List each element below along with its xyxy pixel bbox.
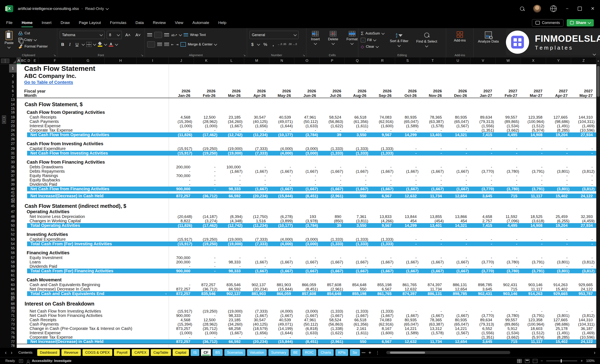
cell[interactable]: (1,556)	[470, 331, 496, 335]
cell[interactable]: -	[521, 165, 546, 169]
cell[interactable]: (4,459)	[571, 219, 596, 223]
row-header-31[interactable]: 31	[9, 151, 17, 155]
cell[interactable]	[219, 159, 244, 165]
cell[interactable]	[370, 344, 395, 347]
cell[interactable]	[571, 101, 596, 107]
cell[interactable]: 15,402	[546, 194, 571, 198]
cell[interactable]	[470, 200, 496, 203]
cell[interactable]	[420, 307, 445, 309]
row-header-76[interactable]: 76	[9, 335, 17, 339]
cell[interactable]	[546, 344, 571, 347]
cell[interactable]	[496, 203, 521, 209]
cell[interactable]: (3,618)	[521, 219, 546, 223]
cell[interactable]: -	[496, 264, 521, 269]
cell[interactable]	[546, 228, 571, 232]
cell[interactable]: -	[269, 255, 295, 260]
cell[interactable]: -	[345, 173, 370, 178]
cell[interactable]: 89,634	[470, 318, 496, 322]
cell[interactable]: 40,539	[269, 115, 295, 119]
cell[interactable]	[244, 232, 269, 237]
cell[interactable]	[269, 203, 295, 209]
cell[interactable]: -	[194, 128, 219, 132]
cell[interactable]: (1,000)	[194, 331, 219, 335]
cell[interactable]: (19,000)	[219, 151, 244, 155]
cell[interactable]	[269, 98, 295, 101]
cell[interactable]: (1,333)	[370, 151, 395, 155]
cell[interactable]: -	[345, 264, 370, 269]
cell[interactable]: (19,250)	[194, 242, 219, 246]
menu-tab-insert[interactable]: Insert	[42, 20, 51, 25]
cell[interactable]	[445, 85, 470, 89]
cell[interactable]	[521, 298, 546, 301]
cell[interactable]: -	[294, 178, 320, 182]
cell[interactable]: 15,402	[546, 339, 571, 344]
cell[interactable]	[420, 159, 445, 165]
cell[interactable]	[169, 159, 194, 165]
cell[interactable]	[496, 301, 521, 307]
cell[interactable]	[546, 246, 571, 250]
row-header-54[interactable]: 54	[9, 242, 17, 246]
cell[interactable]	[470, 250, 496, 255]
cell[interactable]: (19,250)	[194, 151, 219, 155]
menu-tab-data[interactable]: Data	[135, 20, 144, 25]
cell[interactable]: (3,812)	[571, 313, 596, 318]
cell[interactable]: 874,397	[420, 282, 445, 287]
clipboard-dialog-launcher[interactable]: ↘	[53, 54, 56, 57]
row-label[interactable]: Dividends Paid	[17, 182, 169, 187]
cell[interactable]: 2026	[395, 89, 420, 93]
cell[interactable]	[420, 64, 445, 73]
row-header-75[interactable]: 75	[9, 331, 17, 335]
cell[interactable]: 4,568	[169, 318, 194, 322]
cell[interactable]: -	[169, 335, 194, 339]
cell[interactable]	[320, 228, 345, 232]
cell[interactable]	[420, 98, 445, 101]
cell[interactable]: (3,812)	[571, 169, 596, 173]
row-label[interactable]	[17, 137, 169, 141]
fill-button[interactable]: ↓Fill	[361, 37, 384, 43]
cell[interactable]	[345, 80, 370, 85]
cell[interactable]: -	[571, 178, 596, 182]
cell[interactable]: (1,333)	[345, 309, 370, 313]
cell[interactable]: (1,333)	[345, 151, 370, 155]
cell[interactable]	[546, 277, 571, 282]
cell[interactable]	[244, 250, 269, 255]
cell[interactable]: (35,712)	[194, 326, 219, 331]
cell[interactable]	[269, 246, 295, 250]
cell[interactable]: -	[345, 255, 370, 260]
align-center-button[interactable]	[157, 43, 162, 46]
cell[interactable]	[219, 246, 244, 250]
cell[interactable]	[496, 64, 521, 73]
cell[interactable]: 66,592	[219, 339, 244, 344]
cell[interactable]: -	[445, 178, 470, 182]
cell[interactable]	[395, 246, 420, 250]
row-header-23[interactable]: 23	[9, 124, 17, 128]
cell[interactable]	[370, 159, 395, 165]
cell[interactable]	[269, 101, 295, 107]
cell[interactable]: 2026	[420, 89, 445, 93]
cell[interactable]: (15,844)	[269, 194, 295, 198]
cell[interactable]: 550	[345, 287, 370, 291]
cell[interactable]	[546, 159, 571, 165]
cell[interactable]: (10,177)	[269, 132, 295, 137]
cell[interactable]: (15,917)	[169, 309, 194, 313]
cell[interactable]: -	[269, 173, 295, 178]
cell[interactable]	[345, 101, 370, 107]
cell[interactable]	[470, 141, 496, 146]
cell[interactable]: 857,608	[294, 291, 320, 296]
cell[interactable]	[395, 250, 420, 255]
cell[interactable]	[496, 232, 521, 237]
cell[interactable]: -	[445, 128, 470, 132]
cell[interactable]: (3,000)	[294, 242, 320, 246]
row-label[interactable]: Corporate Tax Expense	[17, 335, 169, 339]
cell[interactable]: -	[294, 182, 320, 187]
cell[interactable]: (3,791)	[521, 313, 546, 318]
cell[interactable]: (1,667)	[395, 169, 420, 173]
cell[interactable]: 99,557	[496, 318, 521, 322]
cell[interactable]: 12,632	[395, 339, 420, 344]
row-label[interactable]: Financing Activities	[17, 250, 169, 255]
cell[interactable]: 4,495	[496, 132, 521, 137]
macro-record-icon[interactable]	[19, 359, 23, 363]
cell[interactable]: 7,415	[470, 132, 496, 137]
cell[interactable]: (11,234)	[244, 132, 269, 137]
cell[interactable]: (15,844)	[269, 287, 295, 291]
